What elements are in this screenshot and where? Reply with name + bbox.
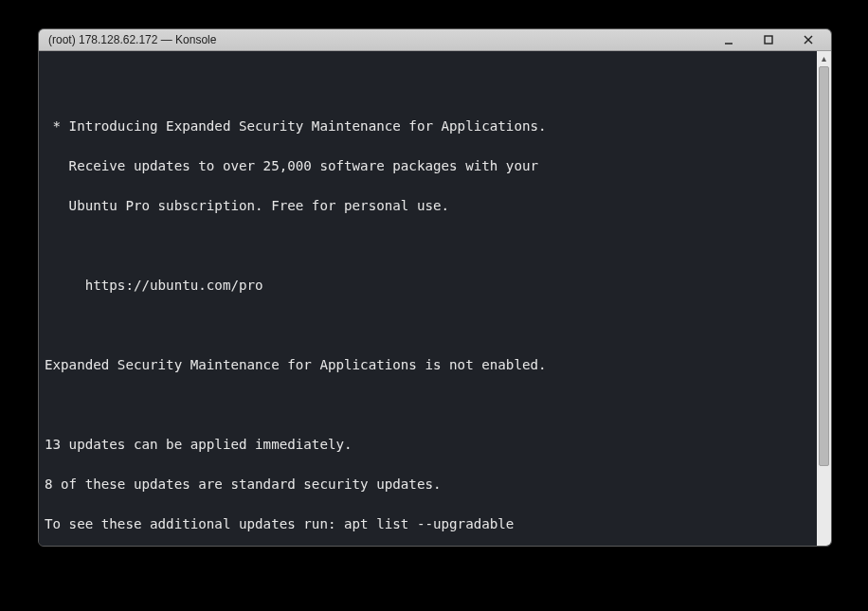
scroll-up-button[interactable]: ▴: [817, 51, 831, 65]
terminal-window: (root) 178.128.62.172 — Konsole * Introd…: [38, 28, 832, 547]
titlebar[interactable]: (root) 178.128.62.172 — Konsole: [39, 29, 831, 51]
close-button[interactable]: [791, 29, 825, 50]
motd-line: Expanded Security Maintenance for Applic…: [45, 355, 817, 375]
svg-rect-1: [765, 36, 772, 44]
scrollbar[interactable]: ▴ ▾: [817, 51, 831, 547]
terminal-output[interactable]: * Introducing Expanded Security Maintena…: [39, 51, 817, 547]
motd-line: Ubuntu Pro subscription. Free for person…: [45, 196, 817, 216]
motd-line: 8 of these updates are standard security…: [45, 475, 817, 494]
minimize-button[interactable]: [712, 29, 746, 50]
window-title: (root) 178.128.62.172 — Konsole: [48, 33, 706, 46]
motd-line: To see these additional updates run: apt…: [45, 514, 817, 534]
motd-line: 13 updates can be applied immediately.: [45, 435, 817, 455]
motd-line: * Introducing Expanded Security Maintena…: [45, 117, 817, 136]
maximize-button[interactable]: [751, 29, 786, 50]
window-body: * Introducing Expanded Security Maintena…: [39, 51, 831, 547]
motd-line: https://ubuntu.com/pro: [45, 276, 817, 296]
motd-line: Receive updates to over 25,000 software …: [45, 156, 817, 176]
scroll-thumb[interactable]: [819, 66, 829, 466]
